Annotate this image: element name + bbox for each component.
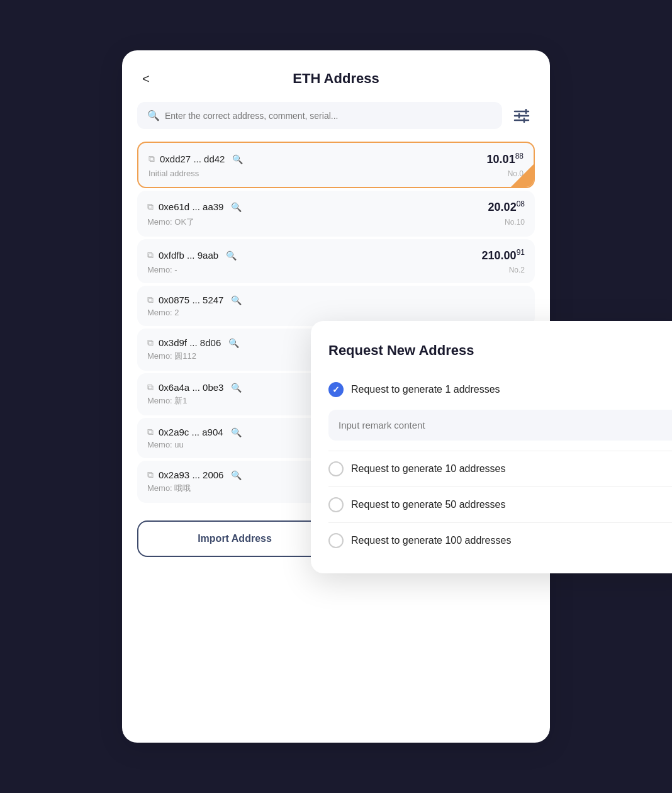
no-badge-2: No.2 [509, 266, 525, 274]
filter-button[interactable] [508, 104, 535, 128]
radio-option-1[interactable]: Request to generate 10 addresses [328, 454, 672, 484]
radio-check-0: ✓ [332, 385, 340, 395]
address-item-1[interactable]: ⧉ 0xe61d ... aa39 🔍 20.0208 Memo: OK了 No… [137, 191, 535, 237]
radio-option-2[interactable]: Request to generate 50 addresses [328, 490, 672, 520]
memo-5: Memo: 新1 [147, 395, 188, 407]
radio-label-0: Request to generate 1 addresses [351, 384, 500, 395]
amount-2: 210.0091 [482, 248, 525, 262]
memo-7: Memo: 哦哦 [147, 483, 191, 494]
address-text-5: 0x6a4a ... 0be3 [159, 382, 223, 393]
radio-label-1: Request to generate 10 addresses [351, 463, 506, 475]
search-icon: 🔍 [147, 110, 160, 121]
address-text-6: 0x2a9c ... a904 [159, 427, 223, 437]
memo-0: Initial address [148, 169, 199, 178]
modal-title: Request New Address [328, 342, 474, 359]
search-addr-icon-6: 🔍 [231, 427, 242, 437]
back-button[interactable]: < [137, 69, 155, 89]
divider-1 [328, 451, 672, 451]
radio-circle-2 [328, 497, 344, 512]
search-addr-icon-1: 🔍 [231, 202, 242, 212]
address-item-0[interactable]: ⧉ 0xdd27 ... dd42 🔍 10.0188 Initial addr… [137, 142, 535, 188]
radio-option-0[interactable]: ✓ Request to generate 1 addresses [328, 374, 672, 405]
radio-label-2: Request to generate 50 addresses [351, 499, 506, 510]
no-badge-1: No.10 [505, 218, 525, 227]
page-title: ETH Address [293, 70, 379, 87]
divider-3 [328, 522, 672, 523]
address-item-3[interactable]: ⧉ 0x0875 ... 5247 🔍 Memo: 2 [137, 286, 535, 326]
radio-circle-3 [328, 533, 344, 548]
copy-icon-1: ⧉ [147, 201, 154, 212]
radio-circle-1 [328, 461, 344, 476]
main-card: < ETH Address 🔍 ⧉ 0xdd [122, 50, 550, 743]
radio-label-3: Request to generate 100 addresses [351, 535, 511, 546]
filter-icon [513, 109, 530, 123]
modal-header: Request New Address × [328, 341, 672, 359]
address-text-7: 0x2a93 ... 2006 [159, 470, 223, 480]
search-addr-icon-5: 🔍 [231, 383, 242, 393]
search-input[interactable] [165, 111, 492, 121]
memo-4: Memo: 圆112 [147, 351, 196, 362]
search-addr-icon-0: 🔍 [232, 154, 243, 164]
copy-icon-7: ⧉ [147, 470, 154, 480]
header: < ETH Address [137, 70, 535, 87]
address-item-2[interactable]: ⧉ 0xfdfb ... 9aab 🔍 210.0091 Memo: - No.… [137, 239, 535, 283]
radio-circle-0: ✓ [328, 382, 344, 397]
search-addr-icon-7: 🔍 [231, 470, 242, 480]
address-text-4: 0x3d9f ... 8d06 [159, 337, 221, 348]
divider-2 [328, 486, 672, 487]
memo-3: Memo: 2 [147, 308, 179, 317]
address-text-3: 0x0875 ... 5247 [159, 295, 223, 305]
orange-corner-0 [511, 164, 534, 187]
copy-icon-2: ⧉ [147, 250, 154, 261]
import-address-button[interactable]: Import Address [137, 520, 332, 557]
search-box: 🔍 [137, 102, 502, 129]
address-text-2: 0xfdfb ... 9aab [159, 250, 218, 261]
search-addr-icon-3: 🔍 [231, 295, 242, 305]
search-addr-icon-4: 🔍 [228, 338, 239, 348]
memo-1: Memo: OK了 [147, 217, 194, 228]
request-new-address-modal: Request New Address × ✓ Request to gener… [311, 321, 672, 573]
copy-icon-5: ⧉ [147, 382, 154, 393]
address-text-1: 0xe61d ... aa39 [159, 201, 223, 212]
remark-input[interactable] [328, 410, 672, 441]
memo-6: Memo: uu [147, 440, 184, 449]
copy-icon-3: ⧉ [147, 295, 154, 305]
search-row: 🔍 [137, 102, 535, 129]
copy-icon-0: ⧉ [148, 154, 155, 164]
copy-icon-6: ⧉ [147, 427, 154, 437]
search-addr-icon-2: 🔍 [226, 250, 237, 261]
radio-option-3[interactable]: Request to generate 100 addresses [328, 526, 672, 556]
amount-1: 20.0208 [488, 200, 525, 214]
memo-2: Memo: - [147, 265, 177, 274]
copy-icon-4: ⧉ [147, 337, 154, 348]
address-text-0: 0xdd27 ... dd42 [160, 154, 225, 164]
